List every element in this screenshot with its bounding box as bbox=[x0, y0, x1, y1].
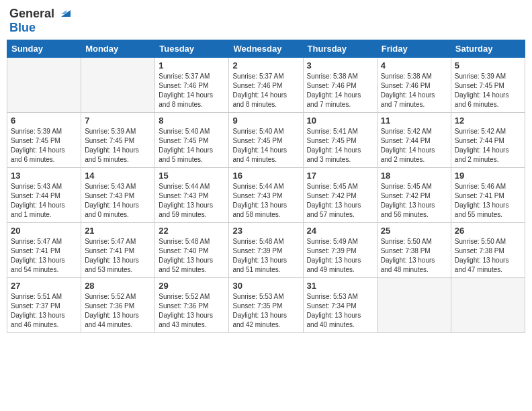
day-number: 16 bbox=[232, 171, 299, 181]
day-info: Sunrise: 5:37 AMSunset: 7:46 PMDaylight:… bbox=[159, 72, 225, 109]
day-info: Sunrise: 5:47 AMSunset: 7:41 PMDaylight:… bbox=[11, 237, 77, 275]
day-info: Sunrise: 5:44 AMSunset: 7:43 PMDaylight:… bbox=[232, 182, 299, 220]
weekday-header: Sunday bbox=[7, 40, 81, 58]
day-number: 29 bbox=[159, 281, 225, 291]
calendar-cell: 19Sunrise: 5:46 AMSunset: 7:41 PMDayligh… bbox=[451, 168, 525, 223]
day-info: Sunrise: 5:51 AMSunset: 7:37 PMDaylight:… bbox=[11, 292, 77, 330]
day-info: Sunrise: 5:43 AMSunset: 7:43 PMDaylight:… bbox=[85, 182, 151, 220]
day-info: Sunrise: 5:38 AMSunset: 7:46 PMDaylight:… bbox=[307, 72, 373, 109]
calendar-cell: 21Sunrise: 5:47 AMSunset: 7:41 PMDayligh… bbox=[81, 223, 155, 278]
calendar-cell: 5Sunrise: 5:39 AMSunset: 7:45 PMDaylight… bbox=[451, 58, 525, 113]
day-number: 17 bbox=[307, 171, 373, 181]
calendar-cell: 7Sunrise: 5:39 AMSunset: 7:45 PMDaylight… bbox=[81, 113, 155, 168]
day-info: Sunrise: 5:37 AMSunset: 7:46 PMDaylight:… bbox=[232, 72, 299, 109]
day-info: Sunrise: 5:42 AMSunset: 7:44 PMDaylight:… bbox=[381, 127, 447, 165]
day-number: 12 bbox=[455, 116, 521, 126]
day-info: Sunrise: 5:38 AMSunset: 7:46 PMDaylight:… bbox=[381, 72, 447, 109]
day-number: 6 bbox=[11, 116, 77, 126]
day-number: 5 bbox=[455, 60, 521, 71]
day-info: Sunrise: 5:48 AMSunset: 7:40 PMDaylight:… bbox=[159, 237, 225, 275]
svg-marker-1 bbox=[61, 10, 66, 14]
calendar-cell: 23Sunrise: 5:48 AMSunset: 7:39 PMDayligh… bbox=[229, 223, 303, 278]
calendar-cell: 28Sunrise: 5:52 AMSunset: 7:36 PMDayligh… bbox=[81, 278, 155, 333]
day-info: Sunrise: 5:39 AMSunset: 7:45 PMDaylight:… bbox=[85, 127, 151, 165]
day-info: Sunrise: 5:40 AMSunset: 7:45 PMDaylight:… bbox=[232, 127, 299, 165]
day-number: 8 bbox=[159, 116, 225, 126]
day-number: 7 bbox=[85, 116, 151, 126]
day-number: 18 bbox=[381, 171, 447, 181]
calendar-cell: 11Sunrise: 5:42 AMSunset: 7:44 PMDayligh… bbox=[377, 113, 451, 168]
day-info: Sunrise: 5:43 AMSunset: 7:44 PMDaylight:… bbox=[11, 182, 77, 220]
weekday-header: Thursday bbox=[303, 40, 377, 58]
day-number: 13 bbox=[11, 171, 77, 181]
day-info: Sunrise: 5:47 AMSunset: 7:41 PMDaylight:… bbox=[85, 237, 151, 275]
calendar-cell: 16Sunrise: 5:44 AMSunset: 7:43 PMDayligh… bbox=[229, 168, 303, 223]
day-info: Sunrise: 5:50 AMSunset: 7:38 PMDaylight:… bbox=[381, 237, 447, 275]
calendar-week-row: 27Sunrise: 5:51 AMSunset: 7:37 PMDayligh… bbox=[7, 278, 525, 333]
weekday-header: Monday bbox=[81, 40, 155, 58]
calendar-cell: 10Sunrise: 5:41 AMSunset: 7:45 PMDayligh… bbox=[303, 113, 377, 168]
calendar-cell: 25Sunrise: 5:50 AMSunset: 7:38 PMDayligh… bbox=[377, 223, 451, 278]
calendar-cell: 1Sunrise: 5:37 AMSunset: 7:46 PMDaylight… bbox=[155, 58, 229, 113]
calendar-cell: 17Sunrise: 5:45 AMSunset: 7:42 PMDayligh… bbox=[303, 168, 377, 223]
day-number: 27 bbox=[11, 281, 77, 291]
day-number: 24 bbox=[307, 226, 373, 236]
day-info: Sunrise: 5:50 AMSunset: 7:38 PMDaylight:… bbox=[455, 237, 521, 275]
day-number: 25 bbox=[381, 226, 447, 236]
day-info: Sunrise: 5:41 AMSunset: 7:45 PMDaylight:… bbox=[307, 127, 373, 165]
day-info: Sunrise: 5:45 AMSunset: 7:42 PMDaylight:… bbox=[307, 182, 373, 220]
day-info: Sunrise: 5:53 AMSunset: 7:35 PMDaylight:… bbox=[232, 292, 299, 330]
day-number: 21 bbox=[85, 226, 151, 236]
day-number: 9 bbox=[232, 116, 299, 126]
calendar-cell: 30Sunrise: 5:53 AMSunset: 7:35 PMDayligh… bbox=[229, 278, 303, 333]
calendar-cell: 26Sunrise: 5:50 AMSunset: 7:38 PMDayligh… bbox=[451, 223, 525, 278]
day-number: 2 bbox=[232, 60, 299, 71]
calendar-cell: 20Sunrise: 5:47 AMSunset: 7:41 PMDayligh… bbox=[7, 223, 81, 278]
day-number: 19 bbox=[455, 171, 521, 181]
day-info: Sunrise: 5:44 AMSunset: 7:43 PMDaylight:… bbox=[159, 182, 225, 220]
day-number: 30 bbox=[232, 281, 299, 291]
day-info: Sunrise: 5:53 AMSunset: 7:34 PMDaylight:… bbox=[307, 292, 373, 330]
day-number: 23 bbox=[232, 226, 299, 236]
calendar-cell: 13Sunrise: 5:43 AMSunset: 7:44 PMDayligh… bbox=[7, 168, 81, 223]
day-number: 31 bbox=[307, 281, 373, 291]
weekday-header: Friday bbox=[377, 40, 451, 58]
day-info: Sunrise: 5:39 AMSunset: 7:45 PMDaylight:… bbox=[11, 127, 77, 165]
day-info: Sunrise: 5:52 AMSunset: 7:36 PMDaylight:… bbox=[159, 292, 225, 330]
page-header: General Blue bbox=[7, 7, 525, 34]
day-info: Sunrise: 5:46 AMSunset: 7:41 PMDaylight:… bbox=[455, 182, 521, 220]
day-number: 28 bbox=[85, 281, 151, 291]
calendar-cell: 4Sunrise: 5:38 AMSunset: 7:46 PMDaylight… bbox=[377, 58, 451, 113]
calendar-cell: 24Sunrise: 5:49 AMSunset: 7:39 PMDayligh… bbox=[303, 223, 377, 278]
day-number: 26 bbox=[455, 226, 521, 236]
calendar-cell: 22Sunrise: 5:48 AMSunset: 7:40 PMDayligh… bbox=[155, 223, 229, 278]
day-number: 15 bbox=[159, 171, 225, 181]
calendar-cell: 29Sunrise: 5:52 AMSunset: 7:36 PMDayligh… bbox=[155, 278, 229, 333]
day-number: 11 bbox=[381, 116, 447, 126]
calendar-cell: 18Sunrise: 5:45 AMSunset: 7:42 PMDayligh… bbox=[377, 168, 451, 223]
day-number: 22 bbox=[159, 226, 225, 236]
calendar-cell: 14Sunrise: 5:43 AMSunset: 7:43 PMDayligh… bbox=[81, 168, 155, 223]
calendar-table: SundayMondayTuesdayWednesdayThursdayFrid… bbox=[7, 40, 525, 333]
day-number: 10 bbox=[307, 116, 373, 126]
weekday-header-row: SundayMondayTuesdayWednesdayThursdayFrid… bbox=[7, 40, 525, 58]
day-info: Sunrise: 5:40 AMSunset: 7:45 PMDaylight:… bbox=[159, 127, 225, 165]
calendar-cell bbox=[451, 278, 525, 333]
day-number: 1 bbox=[159, 60, 225, 71]
weekday-header: Wednesday bbox=[229, 40, 303, 58]
day-info: Sunrise: 5:48 AMSunset: 7:39 PMDaylight:… bbox=[232, 237, 299, 275]
calendar-cell: 12Sunrise: 5:42 AMSunset: 7:44 PMDayligh… bbox=[451, 113, 525, 168]
logo-bird-icon bbox=[56, 5, 71, 19]
calendar-cell: 15Sunrise: 5:44 AMSunset: 7:43 PMDayligh… bbox=[155, 168, 229, 223]
day-number: 4 bbox=[381, 60, 447, 71]
day-info: Sunrise: 5:42 AMSunset: 7:44 PMDaylight:… bbox=[455, 127, 521, 165]
calendar-cell: 8Sunrise: 5:40 AMSunset: 7:45 PMDaylight… bbox=[155, 113, 229, 168]
logo-blue: Blue bbox=[9, 21, 36, 35]
day-info: Sunrise: 5:49 AMSunset: 7:39 PMDaylight:… bbox=[307, 237, 373, 275]
calendar-cell: 2Sunrise: 5:37 AMSunset: 7:46 PMDaylight… bbox=[229, 58, 303, 113]
calendar-cell: 3Sunrise: 5:38 AMSunset: 7:46 PMDaylight… bbox=[303, 58, 377, 113]
weekday-header: Tuesday bbox=[155, 40, 229, 58]
calendar-cell bbox=[7, 58, 81, 113]
calendar-cell: 27Sunrise: 5:51 AMSunset: 7:37 PMDayligh… bbox=[7, 278, 81, 333]
day-info: Sunrise: 5:39 AMSunset: 7:45 PMDaylight:… bbox=[455, 72, 521, 109]
